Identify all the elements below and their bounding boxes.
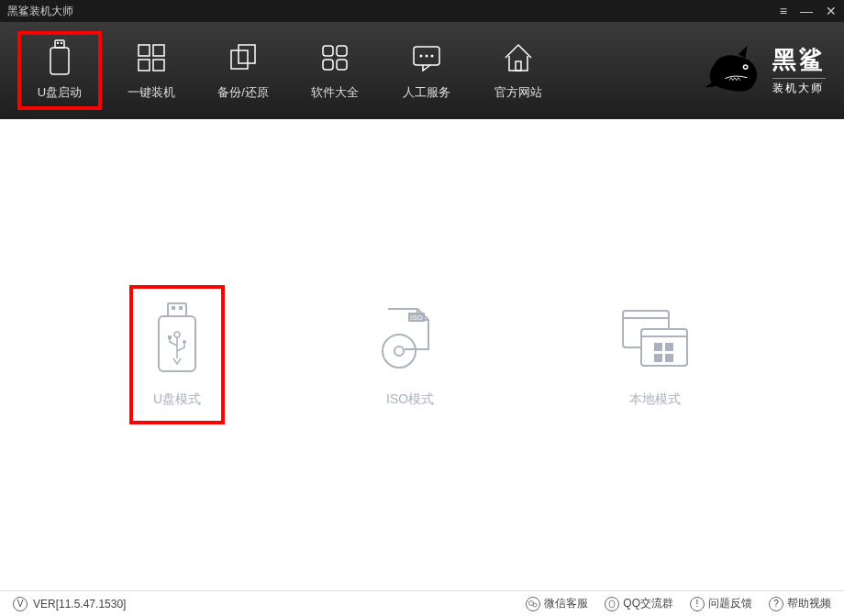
apps-icon [318,40,351,75]
mode-label: 本地模式 [629,391,681,408]
brand-name: 黑鲨 [772,44,826,76]
svg-rect-38 [665,343,673,351]
brand-text: 黑鲨 装机大师 [772,44,826,96]
windows-icon [135,40,168,75]
svg-rect-11 [337,46,347,56]
qq-label: QQ交流群 [623,596,673,611]
version-area: V VER[11.5.47.1530] [13,597,126,611]
usb-drive-icon [153,302,201,375]
nav-label: 官方网站 [494,84,542,101]
app-title: 黑鲨装机大师 [7,4,73,19]
svg-rect-0 [55,40,64,48]
nav-website[interactable]: 官方网站 [472,31,564,110]
svg-point-25 [174,332,180,337]
local-windows-icon [619,302,691,375]
svg-point-16 [426,55,428,58]
svg-rect-35 [641,329,687,366]
nav-label: 人工服务 [403,84,450,101]
svg-rect-7 [153,60,164,71]
svg-rect-12 [323,60,333,70]
svg-rect-1 [57,42,59,44]
minimize-button[interactable]: — [800,5,813,17]
brand-subtitle: 装机大师 [772,78,826,96]
copy-icon [227,40,260,75]
svg-point-43 [609,600,615,608]
svg-rect-13 [337,60,347,70]
mode-local[interactable]: 本地模式 [595,285,715,424]
feedback-label: 问题反馈 [708,596,752,611]
svg-rect-2 [61,42,62,44]
svg-point-20 [744,66,747,69]
svg-rect-22 [172,306,175,310]
help-icon: ? [769,597,783,611]
titlebar: 黑鲨装机大师 ≡ — ✕ [0,0,844,22]
svg-rect-8 [231,50,248,69]
svg-rect-10 [323,46,333,56]
svg-point-42 [533,603,537,607]
svg-point-17 [431,55,434,58]
wechat-icon [526,597,540,611]
status-links: 微信客服 QQ交流群 ! 问题反馈 ? 帮助视频 [526,596,831,611]
svg-rect-9 [239,45,255,63]
svg-point-32 [394,346,404,356]
nav-usb-boot[interactable]: U盘启动 [17,31,102,110]
main-content: U盘模式 ISO ISO模式 [0,119,844,590]
wechat-support[interactable]: 微信客服 [526,596,588,611]
version-text: VER[11.5.47.1530] [33,598,126,610]
mode-iso[interactable]: ISO ISO模式 [353,285,467,424]
nav-label: 软件大全 [311,84,359,101]
svg-rect-3 [50,48,69,74]
svg-rect-6 [139,60,150,71]
wechat-label: 微信客服 [544,596,588,611]
qq-group[interactable]: QQ交流群 [605,596,673,611]
titlebar-buttons: ≡ — ✕ [780,5,837,17]
home-icon [502,40,535,75]
shark-logo-icon [703,38,765,101]
svg-rect-4 [139,45,150,56]
svg-rect-5 [153,45,164,56]
nav-label: U盘启动 [38,84,82,101]
nav-backup[interactable]: 备份/还原 [197,31,289,110]
help-label: 帮助视频 [787,596,831,611]
nav-support[interactable]: 人工服务 [381,31,472,110]
nav-software[interactable]: 软件大全 [289,31,381,110]
nav-label: 备份/还原 [217,84,269,101]
nav-one-click[interactable]: 一键装机 [106,31,197,110]
nav-bar: U盘启动 一键装机 备份/还原 [14,31,564,110]
nav-label: 一键装机 [128,84,175,101]
mode-label: U盘模式 [153,391,201,408]
svg-rect-40 [665,354,673,362]
menu-button[interactable]: ≡ [780,5,787,17]
feedback-icon: ! [690,597,705,611]
iso-file-icon: ISO [377,302,443,375]
svg-rect-27 [168,336,172,339]
svg-rect-18 [516,61,521,71]
help-video[interactable]: ? 帮助视频 [769,596,831,611]
close-button[interactable]: ✕ [826,5,837,17]
svg-rect-37 [654,343,662,351]
usb-icon [47,40,72,75]
mode-label: ISO模式 [386,391,434,408]
chat-icon [410,40,443,75]
header: U盘启动 一键装机 备份/还原 [0,22,844,119]
svg-rect-23 [179,306,183,310]
version-icon: V [13,597,28,611]
svg-point-28 [183,340,186,344]
brand-logo-area: 黑鲨 装机大师 [703,38,826,101]
svg-point-15 [420,55,423,58]
svg-rect-39 [654,354,662,362]
mode-usb[interactable]: U盘模式 [129,285,225,424]
svg-text:ISO: ISO [410,314,423,322]
svg-rect-21 [168,303,186,316]
statusbar: V VER[11.5.47.1530] 微信客服 QQ交流群 ! 问题反馈 ? … [0,590,844,616]
qq-icon [605,597,619,611]
feedback[interactable]: ! 问题反馈 [690,596,752,611]
